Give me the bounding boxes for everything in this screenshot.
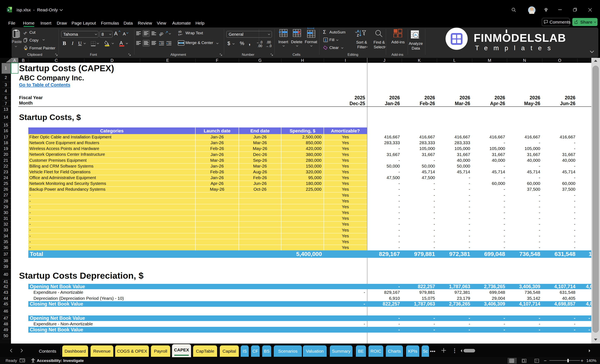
svg-text:x: x xyxy=(8,9,9,12)
svg-text:A: A xyxy=(357,29,359,33)
svg-text:Z: Z xyxy=(357,34,359,37)
